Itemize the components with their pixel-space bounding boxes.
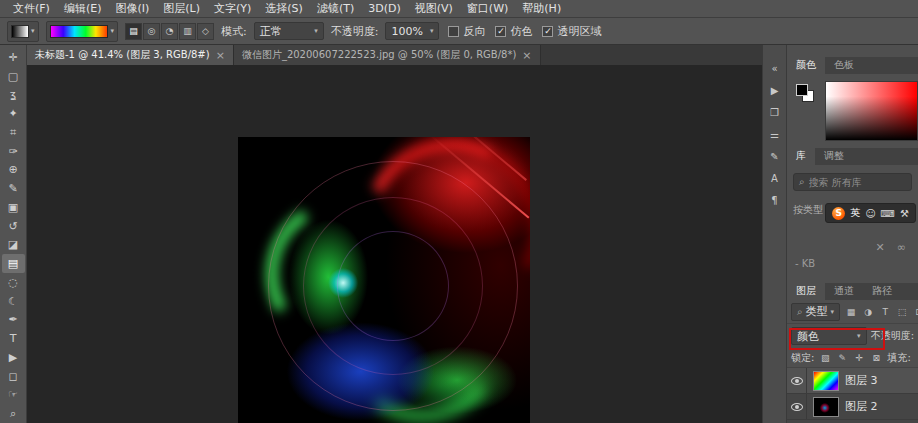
menu-bar: 文件(F)编辑(E)图像(I)图层(L)文字(Y)选择(S)滤镜(T)3D(D)…	[0, 0, 918, 18]
sogou-logo-icon: S	[832, 207, 845, 220]
filter-type-layers-icon[interactable]: T	[878, 305, 892, 319]
menu-item[interactable]: 帮助(H)	[515, 0, 568, 18]
menu-item[interactable]: 选择(S)	[258, 0, 310, 18]
filter-smart-objects-icon[interactable]: ⊡	[912, 305, 918, 319]
tool-preset-picker[interactable]: ▾	[7, 21, 39, 42]
collapse-panels-icon[interactable]: «	[765, 59, 785, 78]
color-panel-body	[787, 74, 918, 148]
filter-label: 类型	[806, 304, 828, 319]
search-input[interactable]	[809, 177, 906, 188]
mode-select[interactable]: 正常 ▾	[254, 22, 324, 40]
color-panel-tab[interactable]: 色板	[825, 56, 863, 74]
zoom-tool[interactable]: ⌕	[2, 404, 25, 423]
color-saturation-field[interactable]	[825, 81, 918, 141]
blend-mode-value: 颜色	[797, 329, 819, 344]
brush-settings-panel-icon[interactable]: ✎	[765, 147, 785, 166]
layer-blend-row: 颜色 ▾ 不透明度:	[787, 324, 918, 348]
layers-panel-tab[interactable]: 通道	[825, 282, 863, 300]
filter-pixel-layers-icon[interactable]: ▦	[844, 305, 858, 319]
foreground-color-swatch[interactable]	[796, 84, 808, 96]
angle-gradient-button[interactable]: ◔	[161, 23, 178, 40]
gradient-picker[interactable]: ▾	[46, 21, 119, 42]
emoji-icon[interactable]: ☺	[865, 208, 875, 219]
layers-panel-tab[interactable]: 路径	[863, 282, 901, 300]
layer-filter-select[interactable]: ⌕ 类型 ▾	[791, 303, 840, 321]
ime-toolbar[interactable]: S英☺⌨⚒	[825, 203, 916, 223]
healing-brush-tool[interactable]: ⊕	[2, 161, 25, 180]
option-checkbox[interactable]: 透明区域	[542, 24, 601, 39]
libraries-panel-icon[interactable]: ❐	[765, 103, 785, 122]
menu-item[interactable]: 文字(Y)	[207, 0, 258, 18]
pen-tool[interactable]: ✒	[2, 311, 25, 330]
color-panel-tab[interactable]: 颜色	[787, 56, 825, 74]
blur-tool[interactable]: ◌	[2, 273, 25, 292]
lock-transparency-icon[interactable]: ▧	[818, 351, 832, 365]
magic-wand-tool[interactable]: ✦	[2, 104, 25, 123]
menu-item[interactable]: 图像(I)	[108, 0, 156, 18]
gradient-tool[interactable]: ▤	[2, 254, 25, 273]
menu-item[interactable]: 3D(D)	[361, 0, 408, 18]
lock-position-icon[interactable]: ✛	[852, 351, 866, 365]
close-icon[interactable]: ✕	[876, 241, 885, 254]
canvas-area[interactable]	[27, 65, 762, 423]
lasso-tool[interactable]: ʓ	[2, 86, 25, 105]
layer-row[interactable]: 图层 3	[787, 368, 918, 394]
lock-all-icon[interactable]: ⊠	[869, 351, 883, 365]
keyboard-icon[interactable]: ⌨	[881, 208, 895, 219]
sync-status-icon[interactable]: ∞	[897, 241, 906, 254]
libraries-panel-tab[interactable]: 库	[787, 147, 815, 165]
paragraph-panel-icon[interactable]: ¶	[765, 191, 785, 210]
diamond-gradient-button[interactable]: ◇	[197, 23, 214, 40]
dodge-tool[interactable]: ☾	[2, 292, 25, 311]
actions-panel-icon[interactable]: ▶	[765, 81, 785, 100]
menu-item[interactable]: 视图(V)	[408, 0, 460, 18]
hand-tool[interactable]: ☞	[2, 386, 25, 405]
menu-item[interactable]: 编辑(E)	[57, 0, 109, 18]
color-panel-header: 颜色色板	[787, 57, 918, 74]
close-icon[interactable]: ×	[216, 49, 225, 62]
layer-row[interactable]: 图层 2	[787, 394, 918, 420]
clone-stamp-tool[interactable]: ▣	[2, 198, 25, 217]
radial-gradient-button[interactable]: ◎	[143, 23, 160, 40]
document-tab[interactable]: 微信图片_20200607222523.jpg @ 50% (图层 0, RGB…	[234, 45, 541, 65]
crop-tool[interactable]: ⌗	[2, 123, 25, 142]
brush-tool[interactable]: ✎	[2, 179, 25, 198]
document-image[interactable]	[238, 137, 530, 423]
shape-tool[interactable]: ◻	[2, 367, 25, 386]
document-tab[interactable]: 未标题-1 @ 41.4% (图层 3, RGB/8#)×	[27, 45, 234, 65]
path-selection-tool[interactable]: ▶	[2, 348, 25, 367]
opacity-select[interactable]: 100% ▾	[385, 22, 439, 40]
visibility-toggle[interactable]	[787, 368, 807, 393]
menu-item[interactable]: 文件(F)	[6, 0, 57, 18]
menu-item[interactable]: 窗口(W)	[460, 0, 515, 18]
option-checkbox[interactable]: 反向	[448, 24, 485, 39]
layers-panel-tab[interactable]: 图层	[787, 282, 825, 300]
filter-shape-layers-icon[interactable]: ⬚	[895, 305, 909, 319]
eye-icon	[791, 377, 803, 385]
close-icon[interactable]: ×	[522, 49, 531, 62]
eraser-tool[interactable]: ◪	[2, 236, 25, 255]
reflected-gradient-button[interactable]: ▥	[179, 23, 196, 40]
character-panel-icon[interactable]: A	[765, 169, 785, 188]
menu-item[interactable]: 图层(L)	[156, 0, 207, 18]
layer-thumbnail	[813, 397, 839, 417]
libraries-panel-tab[interactable]: 调整	[815, 147, 853, 165]
library-search[interactable]: ⌕	[793, 173, 912, 191]
eyedropper-tool[interactable]: ✑	[2, 142, 25, 161]
layer-blend-mode-select[interactable]: 颜色 ▾	[791, 327, 867, 345]
menu-item[interactable]: 滤镜(T)	[310, 0, 361, 18]
foreground-background-swatches[interactable]	[794, 81, 818, 141]
ime-language-toggle[interactable]: 英	[850, 206, 860, 220]
move-tool[interactable]: ✛	[2, 48, 25, 67]
properties-panel-icon[interactable]: ⚌	[765, 125, 785, 144]
option-checkbox[interactable]: 仿色	[495, 24, 532, 39]
lock-pixels-icon[interactable]: ✎	[835, 351, 849, 365]
linear-gradient-button[interactable]: ▤	[125, 23, 142, 40]
marquee-tool[interactable]: ▢	[2, 67, 25, 86]
visibility-toggle[interactable]	[787, 394, 807, 419]
lock-label: 锁定:	[791, 351, 814, 365]
history-brush-tool[interactable]: ↺	[2, 217, 25, 236]
type-tool[interactable]: T	[2, 329, 25, 348]
toolbox-icon[interactable]: ⚒	[900, 208, 909, 219]
filter-adjustment-layers-icon[interactable]: ◑	[861, 305, 875, 319]
